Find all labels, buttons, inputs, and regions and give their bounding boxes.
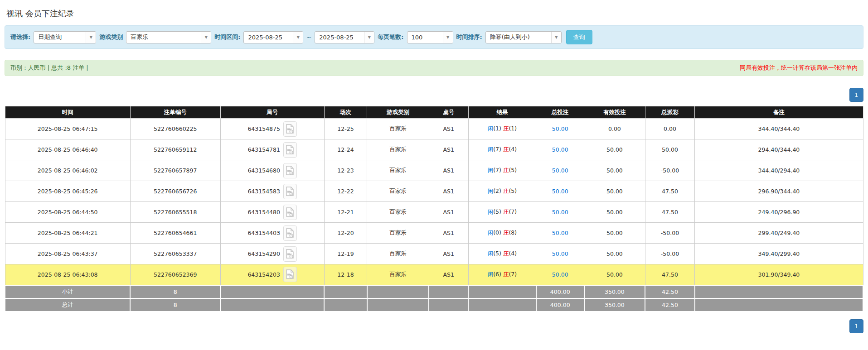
total-bet-link[interactable]: 50.00 xyxy=(552,209,568,216)
col-header-result: 结果 xyxy=(468,106,536,119)
chevron-down-icon[interactable]: ▼ xyxy=(201,32,211,43)
range-separator: ~ xyxy=(306,34,311,41)
video-record-icon[interactable] xyxy=(283,225,297,241)
pagination-bottom: 1 xyxy=(5,319,863,333)
table-no: AS1 xyxy=(429,119,468,139)
player-result: 闲(2) xyxy=(488,187,501,194)
total-bet-link[interactable]: 50.00 xyxy=(552,250,568,257)
total-bet-cell: 50.00 xyxy=(536,181,584,202)
per-page-select[interactable]: 100 ▼ xyxy=(407,31,453,43)
game-type-select[interactable]: 百家乐 ▼ xyxy=(126,31,211,43)
banker-result: 庄(8) xyxy=(503,229,517,236)
video-record-icon[interactable] xyxy=(283,121,297,137)
total-bet-cell: 50.00 xyxy=(536,202,584,223)
table-row: 2025-08-25 06:45:26 522760656726 6431545… xyxy=(5,181,863,202)
round-id: 643154875 xyxy=(247,125,280,132)
player-result: 闲(7) xyxy=(488,167,501,173)
valid-bet: 0.00 xyxy=(584,119,645,139)
total-bet-link[interactable]: 50.00 xyxy=(552,188,568,195)
chevron-down-icon[interactable]: ▼ xyxy=(293,32,303,43)
session: 12-20 xyxy=(324,223,367,244)
player-result: 闲(5) xyxy=(488,250,501,257)
round-id-cell: 643154875 xyxy=(220,119,324,139)
banker-result: 庄(7) xyxy=(503,271,517,278)
col-header-total-bet: 总投注 xyxy=(536,106,584,119)
round-id: 643154290 xyxy=(247,250,280,257)
table-no: AS1 xyxy=(429,223,468,244)
bet-id: 522760656726 xyxy=(130,181,220,202)
video-record-icon[interactable] xyxy=(283,205,297,220)
chevron-down-icon[interactable]: ▼ xyxy=(551,32,561,43)
session: 12-21 xyxy=(324,202,367,223)
remark: 301.90/349.40 xyxy=(695,264,863,285)
table-row: 2025-08-25 06:43:37 522760653337 6431542… xyxy=(5,244,863,264)
col-header-game: 游戏类别 xyxy=(367,106,429,119)
page-1-button[interactable]: 1 xyxy=(849,88,863,102)
table-no: AS1 xyxy=(429,160,468,181)
payout: 0.00 xyxy=(645,119,695,139)
total-bet-cell: 50.00 xyxy=(536,160,584,181)
total-count: 8 xyxy=(130,298,220,312)
date-to-select[interactable]: 2025-08-25 ▼ xyxy=(315,31,374,43)
game-type-label: 游戏类别 xyxy=(99,33,123,41)
chevron-down-icon[interactable]: ▼ xyxy=(443,32,453,43)
page-title: 视讯 会员下注纪录 xyxy=(6,8,863,19)
player-result: 闲(6) xyxy=(488,271,501,278)
session: 12-24 xyxy=(324,139,367,160)
summary-bar: 币别 : 人民币 | 总共 :8 注单 | 同局有效投注，统一计算在该局第一张注… xyxy=(5,60,863,76)
table-row: 2025-08-25 06:44:21 522760654661 6431544… xyxy=(5,223,863,244)
round-id: 643154680 xyxy=(247,167,280,174)
page-root: 视讯 会员下注纪录 请选择: 日期查询 ▼ 游戏类别 百家乐 ▼ 时间区间: 2… xyxy=(0,0,868,333)
table-no: AS1 xyxy=(429,181,468,202)
total-bet-cell: 50.00 xyxy=(536,139,584,160)
query-button[interactable]: 查询 xyxy=(566,30,592,44)
remark: 294.40/344.40 xyxy=(695,139,863,160)
col-header-time: 时间 xyxy=(5,106,130,119)
round-id: 643154583 xyxy=(247,188,280,195)
video-record-icon[interactable] xyxy=(283,184,297,199)
session: 12-18 xyxy=(324,264,367,285)
total-bet-link[interactable]: 50.00 xyxy=(552,146,568,153)
result-cell: 闲(5) 庄(7) xyxy=(468,202,536,223)
banker-result: 庄(4) xyxy=(503,146,517,153)
payout: 50.00 xyxy=(645,139,695,160)
valid-bet: 50.00 xyxy=(584,139,645,160)
remark: 299.40/249.40 xyxy=(695,223,863,244)
table-no: AS1 xyxy=(429,202,468,223)
total-bet-link[interactable]: 50.00 xyxy=(552,125,568,132)
chevron-down-icon[interactable]: ▼ xyxy=(86,32,96,43)
chevron-down-icon[interactable]: ▼ xyxy=(364,32,374,43)
total-bet-link[interactable]: 50.00 xyxy=(552,271,568,278)
round-id: 643154203 xyxy=(247,271,280,278)
currency-total-text: 币别 : 人民币 | 总共 :8 注单 | xyxy=(10,64,88,72)
valid-bet: 50.00 xyxy=(584,264,645,285)
date-from-select[interactable]: 2025-08-25 ▼ xyxy=(243,31,303,43)
subtotal-payout: 42.50 xyxy=(645,285,695,298)
payout: 47.50 xyxy=(645,264,695,285)
round-id: 643154403 xyxy=(247,230,280,236)
subtotal-label: 小计 xyxy=(5,285,130,298)
total-payout: 42.50 xyxy=(645,298,695,312)
query-type-select[interactable]: 日期查询 ▼ xyxy=(34,31,96,43)
player-result: 闲(5) xyxy=(488,208,501,215)
sort-order-select[interactable]: 降幂(由大到小) ▼ xyxy=(485,31,562,43)
player-result: 闲(7) xyxy=(488,146,501,153)
video-record-icon[interactable] xyxy=(283,163,297,178)
video-record-icon[interactable] xyxy=(283,246,297,262)
payout: -50.00 xyxy=(645,244,695,264)
total-bet-link[interactable]: 50.00 xyxy=(552,167,568,174)
remark: 344.40/294.40 xyxy=(695,160,863,181)
table-row: 2025-08-25 06:43:08 522760652369 6431542… xyxy=(5,264,863,285)
video-record-icon[interactable] xyxy=(283,142,297,158)
total-bet-cell: 50.00 xyxy=(536,264,584,285)
valid-bet-note: 同局有效投注，统一计算在该局第一张注单内 xyxy=(740,64,858,72)
page-1-button[interactable]: 1 xyxy=(849,319,863,333)
bet-id: 522760660225 xyxy=(130,119,220,139)
col-header-table-no: 桌号 xyxy=(429,106,468,119)
video-record-icon[interactable] xyxy=(283,267,297,282)
table-row: 2025-08-25 06:47:15 522760660225 6431548… xyxy=(5,119,863,139)
total-bet-link[interactable]: 50.00 xyxy=(552,230,568,236)
payout: -50.00 xyxy=(645,223,695,244)
total-row: 总计 8 400.00 350.00 42.50 xyxy=(5,298,863,312)
bets-table: 时间 注单编号 局号 场次 游戏类别 桌号 结果 总投注 有效投注 总派彩 备注… xyxy=(5,106,863,312)
